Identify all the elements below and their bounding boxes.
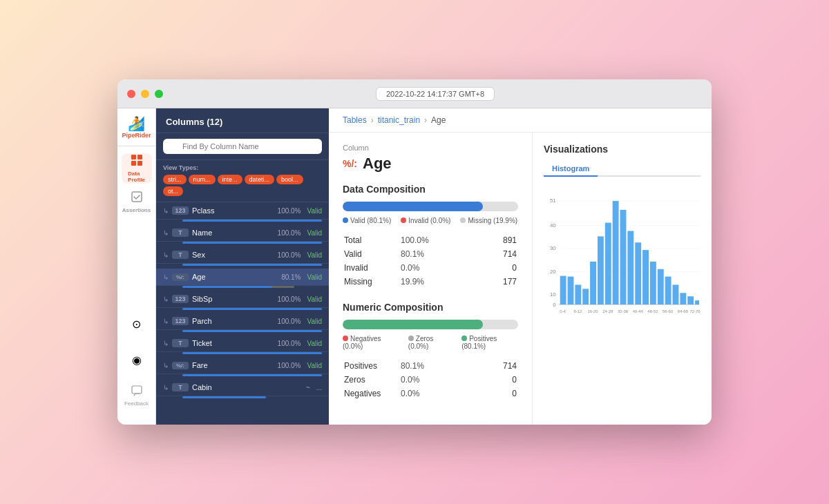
github-button[interactable]: ⊙ bbox=[122, 309, 152, 339]
stat-label: Positives bbox=[344, 360, 399, 372]
svg-rect-22 bbox=[590, 262, 596, 304]
column-name-text: Age bbox=[363, 155, 392, 173]
chip-inte[interactable]: inte... bbox=[218, 175, 242, 184]
histogram-svg: 51 40 30 20 10 0 bbox=[544, 186, 701, 324]
chip-dateti[interactable]: dateti... bbox=[245, 175, 275, 184]
svg-rect-34 bbox=[680, 293, 686, 304]
logo-text: PipeRider bbox=[122, 132, 151, 139]
col-bar-container bbox=[156, 220, 329, 224]
svg-rect-29 bbox=[642, 250, 649, 304]
close-button[interactable] bbox=[127, 90, 135, 98]
type-badge: %/: bbox=[172, 273, 189, 281]
left-content: Column %/: Age Data Composition bbox=[329, 133, 532, 425]
type-badge: %/: bbox=[172, 362, 189, 369]
breadcrumb-tables[interactable]: Tables bbox=[343, 115, 367, 125]
list-item[interactable]: ↳ T Ticket 100.0% Valid bbox=[156, 335, 329, 352]
stat-label: Negatives bbox=[344, 387, 399, 400]
column-list: ↳ 123 Pclass 100.0% Valid ↳ T Name 100.0… bbox=[156, 202, 329, 425]
svg-rect-33 bbox=[673, 284, 679, 304]
feedback-button[interactable]: Feedback bbox=[122, 380, 152, 411]
column-type-icon: %/: bbox=[343, 158, 357, 169]
tab-histogram[interactable]: Histogram bbox=[544, 162, 598, 177]
numeric-legend: Negatives (0.0%) Zeros (0.0%) Positives … bbox=[343, 335, 518, 350]
table-row: Missing 19.9% 177 bbox=[344, 275, 517, 288]
svg-rect-0 bbox=[131, 155, 136, 159]
col-percent: 100.0% bbox=[278, 207, 301, 215]
search-input[interactable] bbox=[163, 139, 322, 154]
col-bar-container bbox=[156, 308, 329, 313]
svg-text:32-36: 32-36 bbox=[618, 309, 629, 313]
table-row: Zeros 0.0% 0 bbox=[344, 374, 517, 386]
col-valid: Valid bbox=[307, 229, 323, 237]
list-item[interactable]: ↳ %/: Fare 100.0% Valid bbox=[156, 357, 329, 374]
legend-zeros: Zeros (0.0%) bbox=[408, 335, 452, 350]
chip-ot[interactable]: ot... bbox=[163, 186, 183, 196]
col-percent: 100.0% bbox=[278, 229, 301, 237]
titlebar: 2022-10-22 14:17:37 GMT+8 bbox=[117, 79, 712, 108]
stat-val: 891 bbox=[444, 234, 517, 246]
col-name: Ticket bbox=[192, 339, 274, 347]
svg-text:40: 40 bbox=[550, 222, 556, 229]
list-item[interactable]: ↳ 123 Parch 100.0% Valid bbox=[156, 313, 329, 330]
list-item[interactable]: ↳ T Sex 100.0% Valid bbox=[156, 246, 329, 264]
svg-text:48-52: 48-52 bbox=[647, 309, 658, 313]
col-valid: Valid bbox=[307, 273, 323, 281]
indent-icon: ↳ bbox=[163, 273, 169, 281]
app-body: 🏄 PipeRider DataProfile bbox=[117, 108, 712, 425]
col-name: SibSp bbox=[192, 295, 274, 303]
chip-num[interactable]: num... bbox=[189, 175, 216, 184]
svg-rect-2 bbox=[131, 161, 136, 166]
feedback-icon bbox=[131, 385, 142, 399]
stat-label: Zeros bbox=[344, 374, 399, 386]
discord-button[interactable]: ◉ bbox=[122, 345, 152, 375]
positives-bar bbox=[343, 320, 483, 329]
sidebar: 🏄 PipeRider DataProfile bbox=[117, 108, 156, 425]
svg-text:51: 51 bbox=[550, 197, 556, 204]
sidebar-item-assertions[interactable]: Assertions bbox=[122, 186, 152, 217]
app-window: 2022-10-22 14:17:37 GMT+8 🏄 PipeRider Da bbox=[117, 79, 712, 425]
column-title-section: Column %/: Age bbox=[343, 144, 518, 173]
svg-rect-5 bbox=[132, 386, 142, 394]
list-item[interactable]: ↳ 123 SibSp 100.0% Valid bbox=[156, 291, 329, 308]
table-row: Positives 80.1% 714 bbox=[344, 360, 517, 372]
column-panel: Columns (12) 🔍 View Types: stri... num..… bbox=[156, 108, 329, 425]
legend-missing: Missing (19.9%) bbox=[460, 217, 517, 224]
svg-rect-23 bbox=[598, 236, 604, 304]
svg-text:24-28: 24-28 bbox=[602, 309, 613, 313]
viz-title: Visualizations bbox=[544, 144, 701, 155]
col-percent: 100.0% bbox=[278, 251, 301, 259]
svg-rect-32 bbox=[665, 277, 671, 304]
list-item[interactable]: ↳ 123 Pclass 100.0% Valid bbox=[156, 202, 329, 220]
breadcrumb-dataset[interactable]: titanic_train bbox=[378, 115, 420, 125]
col-percent: 80.1% bbox=[281, 273, 301, 281]
col-percent: 100.0% bbox=[278, 318, 301, 325]
legend-invalid: Invalid (0.0%) bbox=[401, 217, 450, 224]
maximize-button[interactable] bbox=[155, 90, 163, 98]
chip-bool[interactable]: bool... bbox=[276, 175, 303, 184]
list-item[interactable]: ↳ T Cabin ~ ... bbox=[156, 379, 329, 396]
type-badge: 123 bbox=[172, 206, 189, 215]
col-name: Cabin bbox=[192, 383, 303, 391]
col-percent: 100.0% bbox=[278, 362, 301, 369]
svg-rect-20 bbox=[575, 284, 581, 304]
sidebar-item-data-profile[interactable]: DataProfile bbox=[122, 153, 152, 184]
svg-text:16-20: 16-20 bbox=[588, 309, 599, 313]
col-percent: 100.0% bbox=[278, 295, 301, 303]
sidebar-bottom: ⊙ ◉ Feedback bbox=[122, 309, 152, 418]
svg-rect-4 bbox=[132, 192, 142, 202]
list-item-age[interactable]: ↳ %/: Age 80.1% Valid bbox=[156, 269, 329, 286]
svg-text:64-68: 64-68 bbox=[678, 309, 689, 313]
chip-stri[interactable]: stri... bbox=[163, 175, 187, 184]
svg-rect-36 bbox=[695, 300, 699, 304]
col-bar-container bbox=[156, 264, 329, 269]
col-valid: Valid bbox=[307, 295, 323, 303]
minimize-button[interactable] bbox=[141, 90, 149, 98]
list-item[interactable]: ↳ T Name 100.0% Valid bbox=[156, 224, 329, 242]
col-valid: Valid bbox=[307, 318, 323, 325]
stat-label: Total bbox=[344, 234, 399, 246]
svg-rect-26 bbox=[620, 210, 627, 304]
indent-icon: ↳ bbox=[163, 384, 169, 391]
column-label: Column bbox=[343, 144, 518, 152]
col-percent: ~ bbox=[306, 384, 310, 391]
type-badge: T bbox=[172, 229, 189, 237]
